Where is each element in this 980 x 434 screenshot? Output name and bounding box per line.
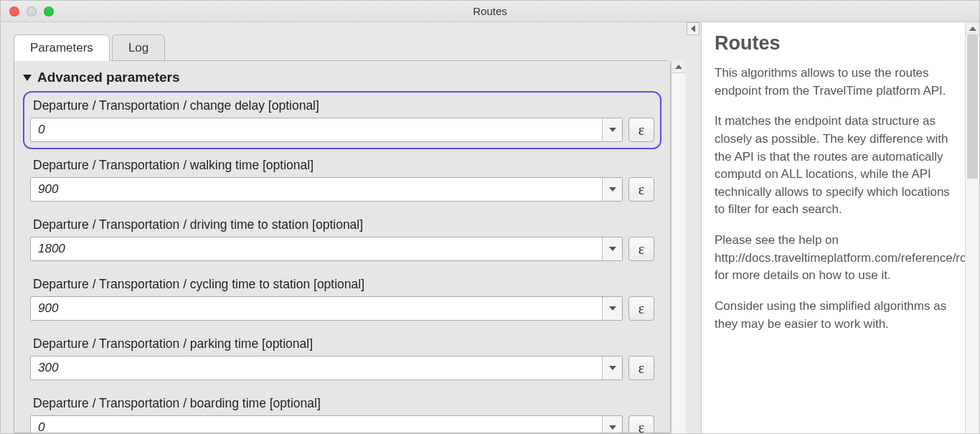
param-row: ε <box>30 296 654 321</box>
help-paragraph: This algorithms allows to use the routes… <box>715 65 952 100</box>
window-title: Routes <box>1 5 979 17</box>
scrollbar-thumb[interactable] <box>967 35 978 179</box>
param-input[interactable] <box>31 357 602 379</box>
expression-button[interactable]: ε <box>628 237 654 261</box>
expression-button[interactable]: ε <box>628 296 654 321</box>
param-label: Departure / Transportation / parking tim… <box>30 335 654 356</box>
param-group: Departure / Transportation / walking tim… <box>23 151 661 209</box>
titlebar: Routes <box>1 1 979 22</box>
chevron-down-icon <box>609 247 616 251</box>
param-combo[interactable] <box>30 237 623 261</box>
help-title: Routes <box>715 32 952 55</box>
left-panel: Parameters Log Advanced parameters Depar… <box>1 22 685 433</box>
window-controls <box>1 6 54 16</box>
param-label: Departure / Transportation / walking tim… <box>30 156 654 177</box>
parameters-scroll-area[interactable]: Advanced parameters Departure / Transpor… <box>14 61 670 433</box>
minimize-icon[interactable] <box>27 6 37 16</box>
expression-button[interactable]: ε <box>628 177 654 202</box>
param-row: ε <box>30 415 654 433</box>
param-group: Departure / Transportation / parking tim… <box>23 329 661 387</box>
param-row: ε <box>30 118 654 142</box>
dropdown-button[interactable] <box>602 118 622 141</box>
collapse-icon <box>23 75 32 81</box>
param-combo[interactable] <box>30 177 623 202</box>
tab-log[interactable]: Log <box>112 34 165 61</box>
param-row: ε <box>30 356 654 380</box>
param-group: Departure / Transportation / driving tim… <box>23 210 661 268</box>
param-label: Departure / Transportation / driving tim… <box>30 216 654 237</box>
content-area: Parameters Log Advanced parameters Depar… <box>1 22 979 433</box>
param-label: Departure / Transportation / change dela… <box>30 97 654 118</box>
parameters-scrollbar[interactable] <box>671 60 685 433</box>
param-row: ε <box>30 237 654 261</box>
param-combo[interactable] <box>30 296 623 321</box>
chevron-down-icon <box>609 425 616 430</box>
parameters-pane-wrap: Advanced parameters Departure / Transpor… <box>14 60 685 433</box>
param-label: Departure / Transportation / boarding ti… <box>30 395 654 415</box>
dropdown-button[interactable] <box>602 357 622 379</box>
section-header-advanced[interactable]: Advanced parameters <box>23 68 661 91</box>
expression-button[interactable]: ε <box>628 356 654 380</box>
expression-button[interactable]: ε <box>628 118 654 142</box>
help-paragraph: Please see the help on http://docs.trave… <box>715 232 952 285</box>
expression-button[interactable]: ε <box>628 415 654 433</box>
chevron-down-icon <box>609 366 616 370</box>
help-scrollbar[interactable] <box>965 22 979 433</box>
param-combo[interactable] <box>30 415 623 433</box>
collapse-help-button[interactable] <box>687 22 699 35</box>
chevron-down-icon <box>609 306 616 311</box>
dropdown-button[interactable] <box>602 178 622 201</box>
dropdown-button[interactable] <box>602 237 622 260</box>
splitter-handle[interactable] <box>685 22 701 433</box>
section-title: Advanced parameters <box>37 70 180 85</box>
param-group: Departure / Transportation / cycling tim… <box>23 270 661 328</box>
help-paragraph: It matches the endpoint data structure a… <box>715 113 952 219</box>
param-group: Departure / Transportation / change dela… <box>23 91 661 149</box>
chevron-down-icon <box>609 128 616 132</box>
param-label: Departure / Transportation / cycling tim… <box>30 275 654 296</box>
param-group: Departure / Transportation / boarding ti… <box>23 389 661 433</box>
chevron-down-icon <box>609 187 616 192</box>
param-row: ε <box>30 177 654 202</box>
maximize-icon[interactable] <box>44 6 54 16</box>
dropdown-button[interactable] <box>602 297 622 320</box>
param-combo[interactable] <box>30 118 623 142</box>
tab-bar: Parameters Log <box>14 34 685 60</box>
dialog-window: Routes Parameters Log Advanced parameter… <box>0 0 980 434</box>
param-input[interactable] <box>31 237 602 260</box>
help-paragraph: Consider using the simplified algorithms… <box>715 298 952 333</box>
param-input[interactable] <box>31 178 602 201</box>
param-input[interactable] <box>31 416 602 433</box>
scroll-up-button[interactable] <box>966 22 979 35</box>
parameters-pane: Advanced parameters Departure / Transpor… <box>14 60 671 433</box>
scroll-up-button[interactable] <box>672 60 685 73</box>
chevron-left-icon <box>691 25 695 32</box>
dropdown-button[interactable] <box>602 416 622 433</box>
param-input[interactable] <box>31 297 602 320</box>
close-icon[interactable] <box>9 6 19 16</box>
tab-parameters[interactable]: Parameters <box>14 34 110 61</box>
help-panel: Routes This algorithms allows to use the… <box>701 22 979 433</box>
help-content: Routes This algorithms allows to use the… <box>702 22 965 433</box>
param-input[interactable] <box>31 118 602 141</box>
param-combo[interactable] <box>30 356 623 380</box>
